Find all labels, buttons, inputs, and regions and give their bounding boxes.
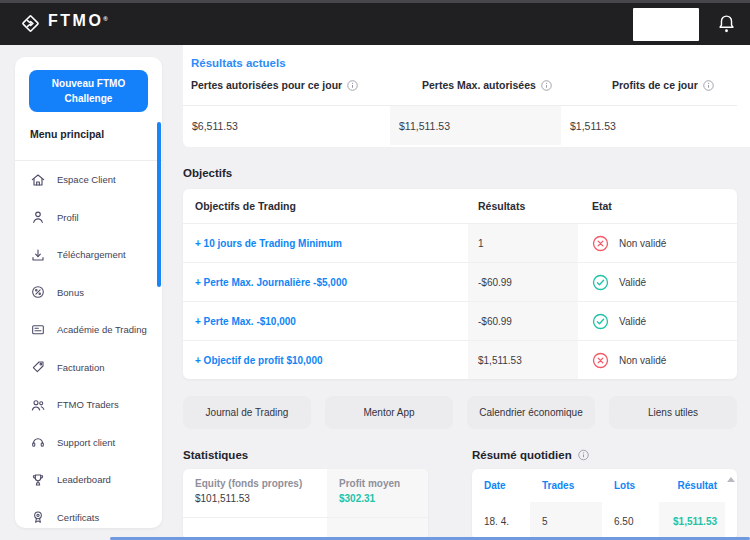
sidebar-item-label: FTMO Traders bbox=[57, 399, 119, 410]
objectives-col-etat: Etat bbox=[578, 200, 737, 212]
statistics-title: Statistiques bbox=[183, 449, 428, 461]
top-header: FTMO® bbox=[0, 0, 750, 45]
objective-row: + Perte Max. -$10,000 -$60.99 Validé bbox=[183, 301, 737, 340]
sidebar-item-label: Facturation bbox=[57, 362, 105, 373]
trophy-icon bbox=[30, 472, 46, 488]
calendrier-economique-button[interactable]: Calendrier économique bbox=[467, 396, 595, 429]
objective-link[interactable]: + Perte Max. Journalière -$5,000 bbox=[195, 277, 347, 288]
account-box-redacted[interactable] bbox=[633, 8, 699, 41]
tag-icon bbox=[30, 359, 46, 375]
sidebar-scrollbar-thumb[interactable] bbox=[157, 122, 161, 287]
avg-profit-value: $302.31 bbox=[339, 493, 428, 504]
objective-row: + 10 jours de Trading Minimum 1 Non vali… bbox=[183, 223, 737, 262]
ftmo-logo[interactable]: FTMO® bbox=[20, 11, 110, 38]
status-label: Non validé bbox=[619, 355, 666, 366]
notification-bell-icon[interactable] bbox=[717, 13, 736, 38]
stat-value-profits-jour: $1,511.53 bbox=[561, 106, 737, 145]
sidebar-menu: Espace Client Profil Téléchargement Bonu… bbox=[15, 161, 162, 536]
stat-value-pertes-max: $11,511.53 bbox=[390, 106, 561, 145]
objectives-col-resultats: Résultats bbox=[468, 200, 578, 212]
menu-title: Menu principal bbox=[30, 128, 162, 140]
sidebar-item-facturation[interactable]: Facturation bbox=[15, 349, 162, 387]
objective-link[interactable]: + Perte Max. -$10,000 bbox=[195, 316, 296, 327]
objective-result: -$60.99 bbox=[478, 316, 512, 327]
people-icon bbox=[30, 397, 46, 413]
status-label: Non validé bbox=[619, 238, 666, 249]
user-icon bbox=[30, 209, 46, 225]
journal-de-trading-button[interactable]: Journal de Trading bbox=[183, 396, 311, 429]
mentor-app-button[interactable]: Mentor App bbox=[325, 396, 453, 429]
ftmo-logo-icon bbox=[20, 11, 41, 38]
headset-icon bbox=[30, 434, 46, 450]
equity-value: $101,511.53 bbox=[195, 493, 327, 504]
statistics-card: Equity (fonds propres) $101,511.53 Profi… bbox=[183, 469, 428, 540]
daily-summary-row: 18. 4. 5 6.50 $1,511.53 bbox=[472, 502, 725, 540]
sidebar-item-leaderboard[interactable]: Leaderboard bbox=[15, 461, 162, 499]
sidebar-item-label: Certificats bbox=[57, 512, 99, 523]
results-title: Résultats actuels bbox=[191, 57, 737, 69]
status-label: Validé bbox=[619, 316, 646, 327]
stat-value-pertes-jour: $6,511.53 bbox=[183, 106, 390, 145]
sidebar-item-label: Leaderboard bbox=[57, 474, 111, 485]
registered-mark: ® bbox=[103, 16, 110, 22]
status-label: Validé bbox=[619, 277, 646, 288]
objective-link[interactable]: + Objectif de profit $10,000 bbox=[195, 355, 323, 366]
daily-col-date: Date bbox=[472, 480, 530, 491]
avg-profit-label: Profit moyen bbox=[339, 478, 428, 489]
brand-text: FTMO® bbox=[48, 11, 110, 31]
quick-links-row: Journal de Trading Mentor App Calendrier… bbox=[183, 396, 737, 429]
sidebar-item-support[interactable]: Support client bbox=[15, 424, 162, 462]
objective-result: 1 bbox=[478, 238, 484, 249]
home-icon bbox=[30, 172, 46, 188]
download-icon bbox=[30, 247, 46, 263]
equity-cell: Equity (fonds propres) $101,511.53 bbox=[183, 469, 327, 517]
status-pass-icon bbox=[592, 274, 609, 291]
main-content: Résultats actuels Pertes autorisées pour… bbox=[183, 45, 750, 540]
table-scrollbar[interactable] bbox=[726, 473, 735, 536]
equity-label: Equity (fonds propres) bbox=[195, 478, 327, 489]
sidebar-item-label: Support client bbox=[57, 437, 115, 448]
info-icon[interactable] bbox=[703, 80, 714, 91]
status-pass-icon bbox=[592, 313, 609, 330]
daily-date: 18. 4. bbox=[472, 502, 530, 540]
daily-result: $1,511.53 bbox=[659, 502, 725, 540]
sidebar-item-telechargement[interactable]: Téléchargement bbox=[15, 236, 162, 274]
sidebar-item-label: Espace Client bbox=[57, 174, 116, 185]
status-fail-icon bbox=[592, 352, 609, 369]
sidebar-item-academie[interactable]: Académie de Trading bbox=[15, 311, 162, 349]
sidebar-item-profil[interactable]: Profil bbox=[15, 199, 162, 237]
daily-summary-title: Résumé quotidien bbox=[472, 449, 572, 461]
stat-label-pertes-max: Pertes Max. autorisées bbox=[422, 79, 612, 91]
medal-icon bbox=[30, 509, 46, 525]
objective-link[interactable]: + 10 jours de Trading Minimum bbox=[195, 238, 342, 249]
sidebar-item-label: Académie de Trading bbox=[57, 324, 147, 335]
objective-row: + Objectif de profit $10,000 $1,511.53 N… bbox=[183, 340, 737, 379]
stat-label-profits-jour: Profits de ce jour bbox=[612, 79, 737, 91]
scroll-up-arrow-icon[interactable] bbox=[727, 477, 735, 482]
daily-lots: 6.50 bbox=[602, 502, 659, 540]
daily-col-lots: Lots bbox=[602, 480, 659, 491]
info-icon[interactable] bbox=[347, 80, 358, 91]
sidebar-item-label: Profil bbox=[57, 212, 79, 223]
sidebar-item-espace-client[interactable]: Espace Client bbox=[15, 161, 162, 199]
objectives-col-trading: Objectifs de Trading bbox=[183, 200, 468, 212]
info-icon[interactable] bbox=[578, 449, 589, 461]
objectives-table: Objectifs de Trading Résultats Etat + 10… bbox=[183, 189, 737, 379]
liens-utiles-button[interactable]: Liens utiles bbox=[609, 396, 737, 429]
objective-result: $1,511.53 bbox=[478, 355, 522, 366]
sidebar-item-certificats[interactable]: Certificats bbox=[15, 499, 162, 537]
sidebar-item-bonus[interactable]: Bonus bbox=[15, 274, 162, 312]
sidebar-item-ftmo-traders[interactable]: FTMO Traders bbox=[15, 386, 162, 424]
avg-profit-cell: Profit moyen $302.31 bbox=[327, 469, 428, 517]
sidebar: Nouveau FTMO Challenge Menu principal Es… bbox=[15, 57, 162, 528]
new-challenge-button[interactable]: Nouveau FTMO Challenge bbox=[29, 70, 148, 112]
objectives-title: Objectifs bbox=[183, 167, 750, 179]
daily-col-trades: Trades bbox=[530, 480, 602, 491]
sidebar-item-label: Téléchargement bbox=[57, 249, 126, 260]
daily-col-resultat: Résultat bbox=[659, 480, 725, 491]
percent-badge-icon bbox=[30, 284, 46, 300]
info-icon[interactable] bbox=[541, 80, 552, 91]
status-fail-icon bbox=[592, 235, 609, 252]
daily-trades: 5 bbox=[530, 502, 602, 540]
objective-result: -$60.99 bbox=[478, 277, 512, 288]
